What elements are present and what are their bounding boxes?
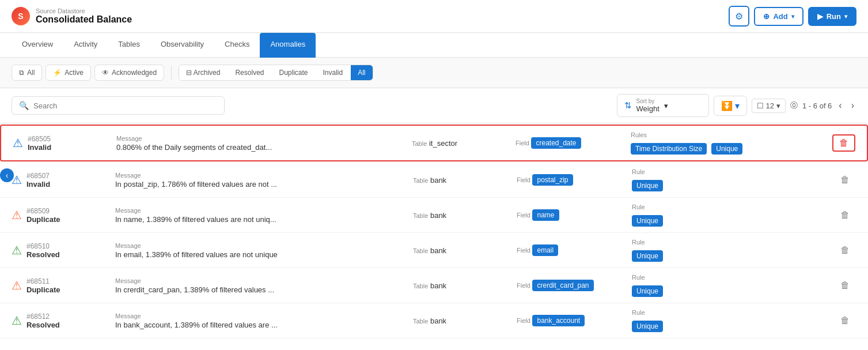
anomaly-id: #68509 xyxy=(26,207,60,215)
message-label: Message xyxy=(116,135,412,142)
status-filters: ⊟ Archived Resolved Duplicate Invalid Al… xyxy=(179,65,373,81)
rules-column: Rule Unique xyxy=(632,168,833,191)
warning-icon: ⚠ xyxy=(13,136,23,150)
anomaly-status: Duplicate xyxy=(26,215,60,224)
tab-tables[interactable]: Tables xyxy=(108,33,150,57)
message-column: Message In postal_zip, 1.786% of filtere… xyxy=(115,172,413,189)
rule-badge: Unique xyxy=(632,180,663,191)
table-column: Table it_sector xyxy=(412,139,516,148)
filter-archived[interactable]: ⊟ Archived xyxy=(179,65,227,80)
table-value: bank xyxy=(430,211,446,220)
table-row[interactable]: ⚠ #68505 Invalid Message 0.806% of the D… xyxy=(0,125,868,161)
rules-label: Rule xyxy=(632,204,833,210)
row-id-info: #68510 Resolved xyxy=(26,242,60,259)
delete-button[interactable]: 🗑 xyxy=(833,208,856,223)
field-label: Field xyxy=(517,176,530,183)
filter-invalid[interactable]: Invalid xyxy=(316,65,350,80)
message-label: Message xyxy=(115,277,413,284)
row-id-status: ⚠ #68507 Invalid xyxy=(12,172,115,189)
search-box[interactable]: 🔍 xyxy=(12,96,225,115)
sort-selector[interactable]: ⇅ Sort by Weight ▾ xyxy=(617,94,709,117)
add-button[interactable]: ⊕ Add ▾ xyxy=(754,7,803,26)
page-size-box-icon: ☐ xyxy=(757,101,764,110)
rules-label: Rules xyxy=(631,131,832,138)
table-row[interactable]: ⚠ #68511 Duplicate Message In crerdit_ca… xyxy=(0,268,868,303)
tab-observability[interactable]: Observability xyxy=(150,33,214,57)
field-badge: name xyxy=(532,209,559,221)
table-label: Table xyxy=(413,212,428,219)
rules-label: Rule xyxy=(632,309,833,316)
delete-button[interactable]: 🗑 xyxy=(832,134,855,152)
rules-column: Rule Unique xyxy=(632,309,833,332)
message-label: Message xyxy=(115,313,413,319)
back-button[interactable]: ‹ xyxy=(0,168,14,182)
field-column: Field crerdit_card_pan xyxy=(517,280,632,291)
field-column: Field created_date xyxy=(516,137,631,149)
anomaly-status: Resolved xyxy=(26,321,60,329)
sort-by-label: Sort by xyxy=(636,98,659,104)
message-value: In bank_account, 1.389% of filtered valu… xyxy=(115,321,346,329)
message-label: Message xyxy=(115,242,413,249)
table-column: Table bank xyxy=(413,211,517,220)
settings-button[interactable]: ⚙ xyxy=(729,6,749,27)
tab-checks[interactable]: Checks xyxy=(214,33,260,57)
page-size-value: 12 xyxy=(766,101,774,110)
tab-overview[interactable]: Overview xyxy=(12,33,63,57)
rules-label: Rule xyxy=(632,239,833,246)
search-input[interactable] xyxy=(33,101,217,110)
filter-bar: ⧉ All ⚡ Active 👁 Acknowledged ⊟ Archived… xyxy=(0,58,868,88)
next-page-button[interactable]: › xyxy=(849,99,856,112)
delete-button[interactable]: 🗑 xyxy=(833,313,856,328)
table-row[interactable]: ⚠ #68512 Resolved Message In bank_accoun… xyxy=(0,303,868,338)
run-button[interactable]: ▶ Run ▾ xyxy=(808,7,856,26)
brand-text: Source Datastore Consolidated Balance xyxy=(36,7,132,25)
filter-active[interactable]: ⚡ Active xyxy=(46,65,91,81)
filter-all[interactable]: ⧉ All xyxy=(12,65,42,81)
sort-filter-group: ⇅ Sort by Weight ▾ ⏬ ▾ ☐ 12 ▾ ⓪ 1 - 6 of… xyxy=(617,94,856,117)
top-header: S Source Datastore Consolidated Balance … xyxy=(0,0,868,33)
eye-icon: 👁 xyxy=(102,69,109,77)
delete-button[interactable]: 🗑 xyxy=(833,278,856,293)
run-label: Run xyxy=(827,12,841,21)
rule-badge: Unique xyxy=(632,285,663,297)
tab-anomalies[interactable]: Anomalies xyxy=(260,33,316,58)
page-size-selector[interactable]: ☐ 12 ▾ xyxy=(752,99,786,113)
bolt-icon: ⚡ xyxy=(53,69,62,77)
rules-badges: Time Distribution SizeUnique xyxy=(631,143,832,155)
anomaly-status: Duplicate xyxy=(26,285,60,294)
brand-subtitle: Source Datastore xyxy=(36,7,132,14)
tab-activity[interactable]: Activity xyxy=(63,33,108,57)
brand-title: Consolidated Balance xyxy=(36,14,132,25)
table-label: Table xyxy=(413,318,428,325)
delete-button[interactable]: 🗑 xyxy=(833,172,856,187)
table-label: Table xyxy=(413,247,428,254)
rules-badges: Unique xyxy=(632,180,833,191)
filter-resolved[interactable]: Resolved xyxy=(228,65,271,80)
message-value: In email, 1.389% of filtered values are … xyxy=(115,250,346,259)
chevron-down-icon: ▾ xyxy=(791,13,794,20)
table-row[interactable]: ⚠ #68509 Duplicate Message In name, 1.38… xyxy=(0,198,868,233)
message-column: Message 0.806% of the Daily segments of … xyxy=(116,135,412,152)
field-column: Field name xyxy=(517,209,632,221)
row-id-info: #68512 Resolved xyxy=(26,313,60,329)
message-label: Message xyxy=(115,207,413,214)
table-row[interactable]: ⚠ #68507 Invalid Message In postal_zip, … xyxy=(0,163,868,198)
message-column: Message In name, 1.389% of filtered valu… xyxy=(115,207,413,224)
anomaly-status: Invalid xyxy=(26,180,50,189)
rules-label: Rule xyxy=(632,168,833,175)
rules-badges: Unique xyxy=(632,250,833,262)
layers-icon: ⧉ xyxy=(19,69,24,77)
table-label: Table xyxy=(413,283,428,289)
brand-area: S Source Datastore Consolidated Balance xyxy=(12,7,132,25)
filter-all-status[interactable]: All xyxy=(351,65,372,80)
filter-acknowledged[interactable]: 👁 Acknowledged xyxy=(94,65,164,81)
prev-page-button[interactable]: ‹ xyxy=(836,99,844,112)
message-label: Message xyxy=(115,172,413,179)
field-badge: bank_account xyxy=(532,315,585,326)
filter-funnel-button[interactable]: ⏬ ▾ xyxy=(714,96,747,116)
delete-button[interactable]: 🗑 xyxy=(833,243,856,258)
rules-badges: Unique xyxy=(632,215,833,227)
filter-duplicate[interactable]: Duplicate xyxy=(272,65,314,80)
table-row[interactable]: ⚠ #68510 Resolved Message In email, 1.38… xyxy=(0,233,868,268)
rules-badges: Unique xyxy=(632,285,833,297)
